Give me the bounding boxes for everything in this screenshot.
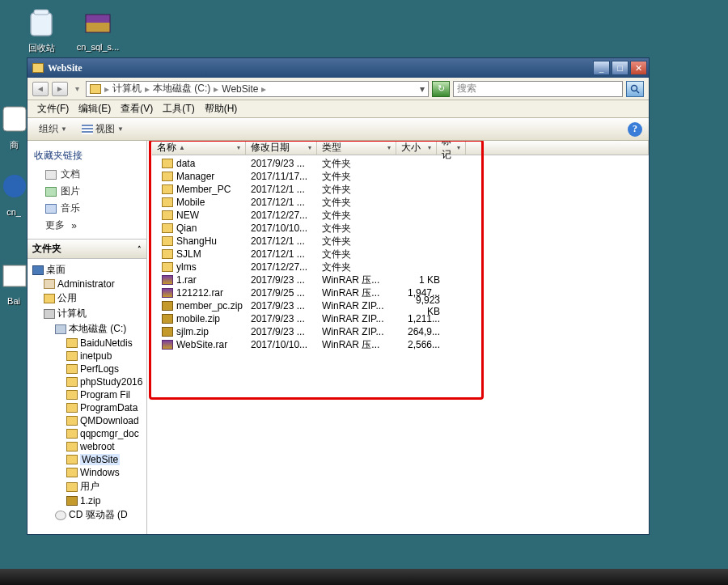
folder-icon	[162, 172, 173, 181]
file-type: 文件夹	[322, 157, 401, 171]
col-date[interactable]: 修改日期▾	[246, 141, 317, 155]
filter-dropdown-icon[interactable]: ▾	[308, 144, 311, 151]
menu-view[interactable]: 查看(V)	[116, 100, 158, 117]
filter-dropdown-icon[interactable]: ▾	[428, 144, 431, 151]
menu-tools[interactable]: 工具(T)	[158, 100, 199, 117]
filter-dropdown-icon[interactable]: ▾	[457, 144, 460, 151]
zip-icon	[162, 327, 173, 337]
svg-rect-0	[31, 13, 52, 36]
tree-folder[interactable]: BaiduNetdis	[31, 337, 146, 350]
tree-folder[interactable]: qqpcmgr_doc	[31, 427, 146, 440]
menu-file[interactable]: 文件(F)	[32, 100, 74, 117]
refresh-button[interactable]: ↻	[432, 81, 450, 97]
tree-desktop[interactable]: 桌面	[31, 262, 146, 278]
tree-drive[interactable]: 本地磁盘 (C:)	[31, 321, 146, 337]
tree-folder[interactable]: inetpub	[31, 350, 146, 362]
file-date: 2017/12/1 ...	[251, 184, 322, 195]
file-type: 文件夹	[322, 196, 401, 210]
search-button[interactable]	[626, 81, 644, 97]
tree-computer[interactable]: 计算机	[31, 306, 146, 321]
tree-folder[interactable]: webroot	[31, 440, 146, 453]
file-row[interactable]: Qian2017/10/10...文件夹	[162, 222, 649, 235]
col-type[interactable]: 类型▾	[317, 141, 396, 155]
tree-folder[interactable]: PerfLogs	[31, 362, 146, 375]
file-size: 2,566...	[401, 339, 445, 350]
folder-icon	[66, 416, 78, 426]
file-row[interactable]: member_pc.zip2017/9/23 ...WinRAR ZIP...9…	[162, 299, 649, 312]
folders-header[interactable]: 文件夹˄	[28, 239, 146, 259]
rar-icon	[162, 275, 173, 285]
file-row[interactable]: SJLM2017/12/1 ...文件夹	[162, 248, 649, 261]
tree-folder[interactable]: QMDownload	[31, 414, 146, 427]
file-row[interactable]: sjlm.zip2017/9/23 ...WinRAR ZIP...264,9.…	[162, 325, 649, 338]
tree-cd[interactable]: CD 驱动器 (D	[31, 507, 146, 523]
fav-documents[interactable]: 文档	[34, 166, 140, 183]
file-row[interactable]: mobile.zip2017/9/23 ...WinRAR ZIP...1,21…	[162, 312, 649, 325]
cut-desktop-icon[interactable]: cn_	[0, 170, 28, 217]
col-name[interactable]: 名称 ▲▾	[152, 141, 246, 155]
tree-admin[interactable]: Administrator	[31, 278, 146, 290]
breadcrumb[interactable]: ▸ 计算机 ▸ 本地磁盘 (C:) ▸ WebSite ▸ ▾	[86, 81, 429, 97]
file-row[interactable]: Manager2017/11/17...文件夹	[162, 170, 649, 183]
file-row[interactable]: 1.rar2017/9/23 ...WinRAR 压...1 KB	[162, 273, 649, 286]
folder-icon	[66, 403, 78, 413]
desktop-icon-winrar[interactable]: cn_sql_s...	[70, 5, 126, 52]
maximize-button[interactable]: □	[612, 61, 629, 75]
organize-button[interactable]: 组织 ▼	[34, 121, 72, 138]
rar-icon	[162, 288, 173, 298]
folder-icon	[66, 364, 78, 374]
breadcrumb-dropdown[interactable]: ▾	[420, 83, 425, 95]
crumb-computer[interactable]: 计算机	[112, 82, 142, 95]
file-row[interactable]: ylms2017/12/27...文件夹	[162, 261, 649, 273]
tree-zip[interactable]: 1.zip	[31, 494, 146, 507]
menu-help[interactable]: 帮助(H)	[200, 100, 243, 117]
tree-folder[interactable]: ProgramData	[31, 401, 146, 414]
tree-folder[interactable]: Program Fil	[31, 388, 146, 401]
tree-folder[interactable]: phpStudy2016	[31, 375, 146, 388]
views-button[interactable]: 视图 ▼	[77, 121, 129, 138]
nav-back-button[interactable]: ◄	[32, 82, 49, 96]
file-row[interactable]: Mobile2017/12/1 ...文件夹	[162, 196, 649, 209]
search-input[interactable]: 搜索	[453, 81, 623, 97]
folder-icon	[66, 468, 78, 477]
crumb-folder[interactable]: WebSite	[222, 83, 258, 95]
tree-public[interactable]: 公用	[31, 290, 146, 306]
menu-edit[interactable]: 编辑(E)	[74, 100, 116, 117]
fav-more[interactable]: 更多 »	[34, 217, 140, 234]
file-row[interactable]: NEW2017/12/27...文件夹	[162, 209, 649, 222]
filter-dropdown-icon[interactable]: ▾	[237, 144, 240, 151]
nav-forward-button[interactable]: ►	[52, 82, 68, 96]
nav-history-dropdown[interactable]: ▾	[71, 82, 83, 96]
file-row[interactable]: data2017/9/23 ...文件夹	[162, 157, 649, 170]
cut-desktop-icon[interactable]: Bai	[0, 259, 28, 306]
cut-desktop-icon[interactable]: 商	[0, 102, 28, 151]
col-tag[interactable]: 标记▾	[437, 141, 466, 155]
file-name: WebSite.rar	[176, 339, 227, 350]
user-icon	[44, 279, 55, 289]
close-button[interactable]: ✕	[630, 61, 647, 75]
help-button[interactable]: ?	[628, 122, 642, 137]
col-size[interactable]: 大小▾	[396, 141, 437, 155]
tree-folder[interactable]: Windows	[31, 466, 146, 479]
folder-icon	[44, 294, 55, 303]
generic-app-icon	[0, 102, 28, 136]
fav-music[interactable]: 音乐	[34, 200, 140, 217]
titlebar[interactable]: WebSite _ □ ✕	[28, 58, 649, 78]
file-row[interactable]: Member_PC2017/12/1 ...文件夹	[162, 183, 649, 196]
desktop-icon-label: cn_sql_s...	[70, 42, 126, 52]
file-row[interactable]: WebSite.rar2017/10/10...WinRAR 压...2,566…	[162, 338, 649, 351]
file-row[interactable]: ShangHu2017/12/1 ...文件夹	[162, 235, 649, 248]
crumb-drive[interactable]: 本地磁盘 (C:)	[153, 82, 210, 95]
fav-pictures[interactable]: 图片	[34, 183, 140, 200]
cut-label: Bai	[0, 296, 28, 306]
minimize-button[interactable]: _	[593, 61, 610, 75]
collapse-icon: ˄	[138, 245, 142, 253]
desktop-icon-recycle[interactable]: 回收站	[13, 5, 70, 54]
taskbar[interactable]	[0, 569, 728, 585]
tree-website[interactable]: WebSite	[31, 453, 146, 466]
file-date: 2017/10/10...	[251, 339, 322, 350]
file-name: Manager	[176, 171, 214, 182]
filter-dropdown-icon[interactable]: ▾	[387, 144, 391, 151]
folder-icon	[162, 249, 173, 259]
tree-folder[interactable]: 用户	[31, 479, 146, 494]
